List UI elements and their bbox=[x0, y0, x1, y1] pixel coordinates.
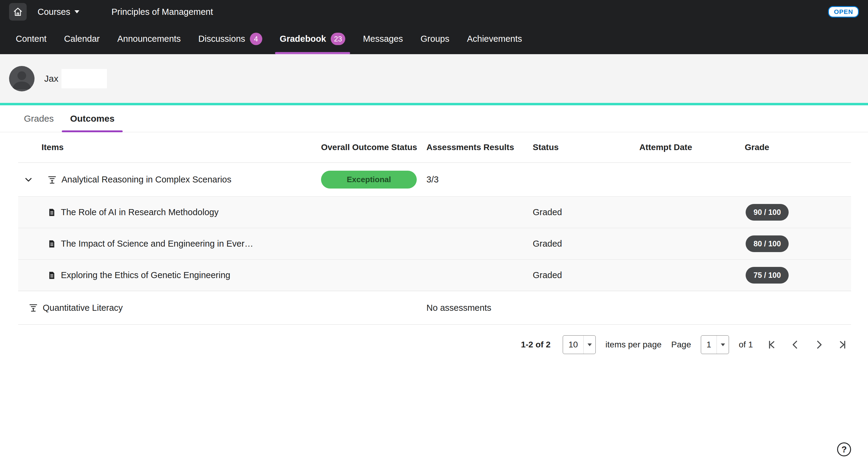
assessment-title: The Impact of Science and Engineering in… bbox=[61, 239, 253, 249]
nav-label: Content bbox=[16, 34, 46, 44]
tab-label: Outcomes bbox=[70, 113, 115, 124]
tab-outcomes[interactable]: Outcomes bbox=[62, 105, 123, 132]
outcome-title: Quantitative Literacy bbox=[43, 303, 123, 313]
first-page-icon bbox=[767, 339, 777, 350]
column-header-overall-status: Overall Outcome Status bbox=[321, 142, 427, 152]
assessment-item-cell: The Impact of Science and Engineering in… bbox=[18, 239, 321, 249]
assessment-title: The Role of AI in Research Methodology bbox=[61, 207, 219, 217]
nav-label: Announcements bbox=[117, 34, 181, 44]
nav-label: Gradebook bbox=[280, 34, 326, 44]
assessment-row: The Impact of Science and Engineering in… bbox=[18, 228, 851, 259]
assessments-results-cell: 3/3 bbox=[427, 175, 533, 185]
column-header-assessments-results: Assessments Results bbox=[427, 142, 533, 152]
nav-item-announcements[interactable]: Announcements bbox=[112, 24, 186, 54]
document-icon bbox=[48, 240, 56, 248]
page-number-select[interactable]: 1 bbox=[701, 335, 729, 354]
caret-down-icon bbox=[717, 336, 729, 354]
outcome-funnel-icon bbox=[29, 303, 38, 312]
grade-cell: 90 / 100 bbox=[745, 204, 851, 221]
items-per-page-value: 10 bbox=[563, 340, 583, 350]
discussions-count-badge: 4 bbox=[250, 33, 262, 45]
nav-item-content[interactable]: Content bbox=[11, 24, 52, 54]
avatar bbox=[9, 66, 34, 91]
document-icon bbox=[48, 208, 56, 217]
student-name: Jax bbox=[44, 73, 58, 84]
top-bar: Courses Principles of Management OPEN bbox=[0, 0, 868, 24]
gradebook-count-badge: 23 bbox=[331, 33, 346, 45]
status-pill-exceptional: Exceptional bbox=[321, 171, 417, 189]
chevron-down-icon bbox=[24, 175, 33, 184]
accent-divider bbox=[0, 103, 868, 105]
assessment-row: Exploring the Ethics of Genetic Engineer… bbox=[18, 259, 851, 291]
first-page-button[interactable] bbox=[763, 336, 780, 353]
assessments-results-cell: No assessments bbox=[427, 303, 533, 313]
outcome-row: Analytical Reasoning in Complex Scenario… bbox=[18, 163, 851, 196]
overall-status-cell: Exceptional bbox=[321, 171, 427, 189]
outcome-funnel-icon bbox=[48, 175, 57, 184]
items-per-page-label: items per page bbox=[606, 340, 661, 350]
nav-item-gradebook[interactable]: Gradebook 23 bbox=[275, 24, 350, 54]
courses-label: Courses bbox=[37, 7, 70, 17]
status-cell: Graded bbox=[533, 207, 639, 217]
caret-down-icon bbox=[583, 336, 595, 354]
table-header-row: Items Overall Outcome Status Assessments… bbox=[18, 132, 851, 163]
gradebook-tabs: Grades Outcomes bbox=[0, 105, 868, 132]
tab-grades[interactable]: Grades bbox=[16, 105, 62, 132]
grade-cell: 80 / 100 bbox=[745, 235, 851, 252]
course-navbar: Content Calendar Announcements Discussio… bbox=[0, 24, 868, 54]
page-label: Page bbox=[671, 340, 691, 350]
grade-cell: 75 / 100 bbox=[745, 267, 851, 284]
tab-label: Grades bbox=[24, 113, 54, 124]
outcome-row: Quantitative Literacy No assessments bbox=[18, 291, 851, 325]
nav-item-groups[interactable]: Groups bbox=[416, 24, 454, 54]
person-icon bbox=[9, 66, 34, 91]
pagination-range: 1-2 of 2 bbox=[521, 340, 551, 350]
assessment-item-cell: Exploring the Ethics of Genetic Engineer… bbox=[18, 270, 321, 280]
items-per-page-select[interactable]: 10 bbox=[563, 335, 596, 354]
assessment-title: Exploring the Ethics of Genetic Engineer… bbox=[61, 270, 230, 280]
nav-item-discussions[interactable]: Discussions 4 bbox=[193, 24, 267, 54]
open-status-badge: OPEN bbox=[828, 6, 859, 18]
outcome-item-cell: Quantitative Literacy bbox=[18, 303, 321, 313]
gradebook-outcomes-page: Courses Principles of Management OPEN Co… bbox=[0, 0, 868, 463]
assessment-row: The Role of AI in Research Methodology G… bbox=[18, 196, 851, 228]
column-header-items: Items bbox=[18, 142, 321, 152]
nav-item-messages[interactable]: Messages bbox=[358, 24, 408, 54]
next-page-button[interactable] bbox=[810, 336, 828, 353]
question-mark-icon: ? bbox=[841, 444, 847, 455]
pagination-bar: 1-2 of 2 10 items per page Page 1 of 1 bbox=[18, 325, 851, 357]
last-page-icon bbox=[837, 339, 848, 350]
nav-label: Achievements bbox=[467, 34, 522, 44]
page-number-value: 1 bbox=[701, 340, 717, 350]
nav-label: Groups bbox=[421, 34, 450, 44]
nav-label: Discussions bbox=[198, 34, 245, 44]
redacted-name-box bbox=[61, 69, 107, 88]
outcome-item-cell: Analytical Reasoning in Complex Scenario… bbox=[18, 175, 321, 185]
courses-dropdown[interactable]: Courses bbox=[37, 7, 79, 17]
last-page-button[interactable] bbox=[834, 336, 851, 353]
help-button[interactable]: ? bbox=[837, 442, 851, 456]
next-page-icon bbox=[814, 339, 824, 350]
grade-pill: 80 / 100 bbox=[746, 235, 789, 252]
document-icon bbox=[48, 271, 56, 279]
course-title: Principles of Management bbox=[112, 7, 213, 17]
page-of-label: of 1 bbox=[739, 340, 753, 350]
pager-buttons bbox=[763, 336, 851, 353]
nav-item-calendar[interactable]: Calendar bbox=[59, 24, 105, 54]
column-header-attempt-date: Attempt Date bbox=[639, 142, 745, 152]
nav-label: Messages bbox=[363, 34, 403, 44]
collapse-outcome-button[interactable] bbox=[23, 175, 34, 185]
home-button[interactable] bbox=[9, 3, 27, 21]
grade-pill: 90 / 100 bbox=[746, 204, 789, 221]
status-cell: Graded bbox=[533, 239, 639, 249]
caret-down-icon bbox=[74, 10, 79, 13]
nav-item-achievements[interactable]: Achievements bbox=[462, 24, 527, 54]
outcomes-table: Items Overall Outcome Status Assessments… bbox=[18, 132, 851, 325]
home-icon bbox=[13, 7, 23, 16]
column-header-status: Status bbox=[533, 142, 639, 152]
column-header-grade: Grade bbox=[745, 142, 851, 152]
status-cell: Graded bbox=[533, 270, 639, 280]
previous-page-button[interactable] bbox=[787, 336, 804, 353]
nav-label: Calendar bbox=[64, 34, 100, 44]
grade-pill: 75 / 100 bbox=[746, 267, 789, 284]
